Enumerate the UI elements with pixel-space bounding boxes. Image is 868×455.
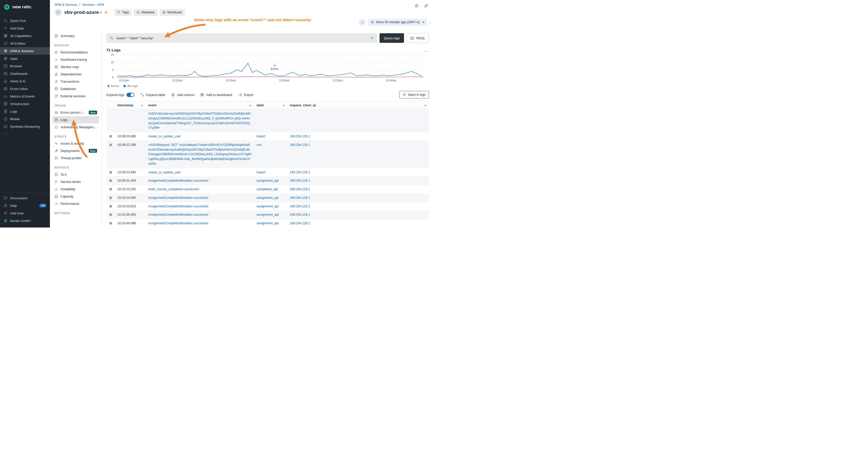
subnav-item[interactable]: Issues & activity [53,140,99,147]
subnav-item[interactable]: Service levels [53,178,99,186]
subnav-item[interactable]: Databases [53,85,99,93]
log-event-link[interactable]: mark_course_completion successful [148,187,251,192]
remove-event-column-icon[interactable]: × [249,103,251,107]
expand-table-button[interactable]: Expand table [141,93,165,97]
sidebar-item[interactable]: Metrics & Events [0,93,50,100]
log-event-link[interactable]: AssignmentCompletionMutation successful [148,213,251,217]
log-label-link[interactable]: assignment_api [256,179,279,183]
row-checkbox[interactable] [110,222,112,225]
subnav-item[interactable]: Scalability [53,186,99,193]
nrql-button[interactable]: NRQL [406,33,429,43]
sidebar-item[interactable]: Mobile [0,115,50,123]
log-row[interactable]: JUQVU&code=eyJraWQiOiJjcGltY29yZV8wOTl1M… [106,109,429,132]
subnav-item[interactable]: Capacity [53,193,99,200]
subnav-item[interactable]: Summary [53,32,99,39]
row-checkbox[interactable] [110,196,112,199]
time-picker[interactable]: Since 30 minutes ago (GMT+2) ▾ [368,19,427,26]
subnav-item[interactable]: Errors (errors inb... New [53,109,99,116]
label-column-header[interactable]: label × [254,101,287,109]
permalink-icon[interactable] [423,2,430,9]
subnav-item[interactable]: Logs [53,116,99,124]
timestamp-column-header[interactable]: timestamp × [115,101,146,109]
sidebar-item[interactable]: Errors Inbox [0,85,50,93]
add-to-dashboard-button[interactable]: Add to dashboard [200,93,232,97]
log-row[interactable]: 10:10:23.815 AssignmentCompletionMutatio… [106,202,429,211]
log-event-link[interactable]: create_or_update_user [148,134,251,139]
sidebar-item[interactable]: Synthetic Monitoring [0,123,50,130]
sidebar-item[interactable]: Alerts & AI [0,77,50,85]
expand-logs-toggle[interactable] [126,93,134,97]
time-back-button[interactable]: ‹ [359,19,366,26]
sidebar-footer-item[interactable]: Discussions [0,194,50,202]
sidebar-item[interactable]: APM & Services [0,47,50,55]
log-label-link[interactable]: assignment_api [256,204,279,208]
log-row[interactable]: 10:10:35.305 AssignmentCompletionMutatio… [106,210,429,219]
log-event-link[interactable]: <ASGIRequest: GET '/sso/callback/?state=… [148,142,251,166]
subnav-item[interactable]: Thread profiler [53,155,99,162]
request-client-ip-column-header[interactable]: request_client_ip × [287,101,429,109]
row-checkbox[interactable] [110,188,112,191]
subnav-item[interactable]: Deployments New [53,147,99,155]
breadcrumb-link-services-apm[interactable]: Services - APM [83,3,104,6]
log-label-link[interactable]: assignment_api [256,213,279,217]
remove-timestamp-column-icon[interactable]: × [141,103,143,107]
subnav-item[interactable]: Performance [53,200,99,207]
log-query-bar[interactable]: × [106,33,377,43]
log-ip-link[interactable]: 169.254.129.1 [290,213,310,217]
sidebar-footer-item[interactable]: Iterativ GmbH [0,217,50,225]
legend-all-logs[interactable]: All Logs [124,85,137,88]
log-event-link[interactable]: AssignmentCompletionMutation successful [148,204,251,209]
row-checkbox[interactable] [110,135,112,137]
log-ip-link[interactable]: 169.254.129.1 [290,204,310,208]
sidebar-item[interactable]: Add Data [0,25,50,32]
log-label-link[interactable]: assignment_api [256,222,279,225]
log-ip-link[interactable]: 169.254.129.1 [290,170,310,174]
remove-label-column-icon[interactable]: × [282,103,285,107]
row-checkbox[interactable] [110,180,112,182]
time-forward-button[interactable]: › [429,20,431,25]
log-event-link[interactable]: AssignmentCompletionMutation successful [148,221,251,226]
row-checkbox[interactable] [110,143,112,146]
remove-request-client-ip-column-icon[interactable]: × [424,103,427,107]
subnav-item[interactable]: Recommendations [53,48,99,56]
log-event-link[interactable]: create_or_update_user [148,170,251,175]
sidebar-footer-item[interactable]: Add User [0,209,50,217]
query-logs-button[interactable]: Query logs [379,33,404,43]
log-ip-link[interactable]: 169.254.129.1 [290,179,310,183]
favorite-star-icon[interactable]: ★ [104,10,108,15]
log-event-link[interactable]: AssignmentCompletionMutation successful [148,178,251,183]
log-row[interactable]: 10:09:22.196 <ASGIRequest: GET '/sso/cal… [106,141,429,168]
log-ip-link[interactable]: 169.254.129.1 [290,222,310,225]
log-row[interactable]: 10:09:31.439 AssignmentCompletionMutatio… [106,176,429,185]
log-query-input[interactable] [116,36,368,40]
subnav-item[interactable]: External services [53,93,99,100]
open-in-logs-button[interactable]: Open in logs [399,91,429,98]
entity-chevron-down-icon[interactable]: ▾ [100,11,101,14]
row-checkbox[interactable] [110,171,112,173]
event-column-header[interactable]: event × [146,101,254,109]
log-label-link[interactable]: completion_api [256,188,278,191]
add-column-button[interactable]: Add column [171,93,194,97]
export-button[interactable]: Export [238,93,253,97]
new-relic-logo[interactable]: new relic. [0,0,50,13]
entity-chip[interactable]: Metadata [133,9,157,16]
log-ip-link[interactable]: 169.254.129.1 [290,188,310,191]
log-label-link[interactable]: sso [256,143,261,147]
row-checkbox[interactable] [110,205,112,207]
sidebar-item[interactable]: Infrastructure [0,100,50,107]
subnav-item[interactable]: Dependencies [53,70,99,78]
clear-query-icon[interactable]: × [370,35,374,40]
log-row[interactable]: 10:09:20.895 create_or_update_user impor… [106,132,429,141]
log-event-link[interactable]: JUQVU&code=eyJraWQiOiJjcGltY29yZV8wOTl1M… [148,111,251,130]
breadcrumb-link-apm-services[interactable]: APM & Services [55,3,77,6]
help-icon[interactable] [413,2,420,9]
sidebar-item[interactable]: Quick Find [0,17,50,25]
log-label-link[interactable]: import [256,170,266,174]
log-label-link[interactable]: import [256,134,266,138]
subnav-item[interactable]: Service map [53,63,99,70]
subnav-item[interactable]: Distributed tracing [53,56,99,63]
sidebar-item[interactable]: Dashboards [0,70,50,77]
sidebar-item[interactable]: All Capabilities [0,32,50,39]
subnav-item[interactable]: Transactions [53,78,99,85]
entity-name[interactable]: vbv-prod-azure [64,9,99,15]
